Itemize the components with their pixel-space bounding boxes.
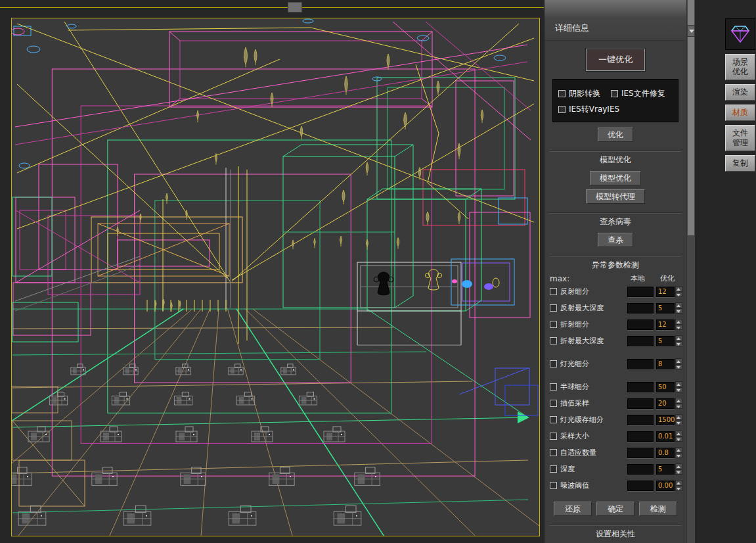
value-spinner[interactable] — [675, 431, 682, 442]
param-checkbox[interactable] — [550, 449, 557, 456]
optimized-value-input[interactable]: 1500 — [656, 415, 675, 425]
param-checkbox[interactable] — [550, 400, 557, 407]
optimized-value-input[interactable]: 12 — [656, 287, 675, 297]
spinner-down-icon[interactable] — [675, 387, 682, 393]
param-checkbox[interactable] — [550, 433, 557, 440]
optimized-value-input[interactable]: 0.8 — [656, 448, 675, 458]
spinner-down-icon[interactable] — [675, 420, 682, 426]
tab-file-manage[interactable]: 文件 管理 — [725, 125, 755, 151]
optimize-button[interactable]: 优化 — [598, 128, 633, 142]
spinner-up-icon[interactable] — [675, 447, 682, 453]
spinner-up-icon[interactable] — [675, 302, 682, 308]
tab-copy[interactable]: 复制 — [725, 155, 755, 172]
local-value-input[interactable] — [627, 398, 654, 409]
param-label: 自适应数量 — [560, 448, 627, 458]
spinner-down-icon[interactable] — [675, 308, 682, 314]
value-spinner[interactable] — [675, 286, 682, 297]
local-value-input[interactable] — [627, 319, 654, 330]
spinner-down-icon[interactable] — [675, 437, 682, 442]
param-checkbox[interactable] — [550, 288, 557, 295]
one-click-optimize-button[interactable]: 一键优化 — [586, 49, 645, 71]
spinner-up-icon[interactable] — [675, 398, 682, 404]
panel-scrollbar[interactable] — [686, 0, 695, 543]
local-value-input[interactable] — [627, 431, 654, 442]
chevron-down-icon[interactable] — [687, 25, 695, 37]
spinner-up-icon[interactable] — [675, 319, 682, 325]
local-value-input[interactable] — [627, 382, 654, 392]
value-spinner[interactable] — [675, 335, 682, 346]
local-value-input[interactable] — [627, 415, 654, 425]
optimized-value-input[interactable]: 5 — [656, 303, 675, 314]
value-spinner[interactable] — [675, 398, 682, 409]
confirm-button[interactable]: 确定 — [596, 502, 634, 516]
spinner-down-icon[interactable] — [675, 292, 682, 298]
panel-header: 详细信息 — [545, 0, 686, 41]
local-value-input[interactable] — [627, 464, 654, 475]
spinner-up-icon[interactable] — [675, 480, 682, 486]
spinner-up-icon[interactable] — [675, 381, 682, 387]
value-spinner[interactable] — [675, 447, 682, 458]
optimized-value-input[interactable]: 5 — [656, 336, 675, 346]
model-optimize-button[interactable]: 模型优化 — [590, 171, 641, 185]
app-logo-icon[interactable] — [725, 18, 755, 50]
optimized-value-input[interactable]: 12 — [656, 319, 675, 330]
param-checkbox[interactable] — [550, 465, 557, 473]
value-spinner[interactable] — [675, 480, 682, 491]
model-to-proxy-button[interactable]: 模型转代理 — [586, 189, 645, 204]
spinner-down-icon[interactable] — [675, 453, 682, 459]
param-checkbox[interactable] — [550, 337, 557, 344]
param-checkbox[interactable] — [550, 321, 557, 328]
local-value-input[interactable] — [627, 287, 654, 297]
param-row: 自适应数量 0.8 — [550, 444, 682, 461]
optimized-value-input[interactable]: 0.01 — [656, 431, 675, 442]
optimized-value-input[interactable]: 50 — [656, 382, 675, 392]
param-row: 插值采样 20 — [550, 395, 682, 412]
spinner-up-icon[interactable] — [675, 286, 682, 292]
tab-material[interactable]: 材质 — [725, 105, 755, 121]
tab-render[interactable]: 渲染 — [725, 84, 755, 101]
restore-button[interactable]: 还原 — [554, 502, 592, 516]
shadow-convert-checkbox[interactable] — [558, 90, 566, 97]
virus-scan-button[interactable]: 查杀 — [598, 233, 633, 247]
section-title-model: 模型优化 — [550, 151, 681, 166]
spinner-down-icon[interactable] — [675, 486, 682, 492]
local-value-input[interactable] — [627, 448, 654, 458]
local-value-input[interactable] — [627, 481, 654, 491]
optimized-value-input[interactable]: 8 — [656, 359, 675, 369]
value-spinner[interactable] — [675, 381, 682, 392]
value-spinner[interactable] — [675, 302, 682, 314]
spinner-down-icon[interactable] — [675, 364, 682, 370]
local-value-input[interactable] — [627, 336, 654, 346]
local-value-input[interactable] — [627, 359, 654, 369]
spinner-up-icon[interactable] — [675, 431, 682, 437]
value-spinner[interactable] — [675, 463, 682, 475]
spinner-up-icon[interactable] — [675, 358, 682, 364]
section-title-virus: 查杀病毒 — [550, 212, 681, 227]
param-checkbox[interactable] — [550, 304, 557, 312]
param-checkbox[interactable] — [550, 482, 557, 489]
local-value-input[interactable] — [627, 303, 654, 314]
optimized-value-input[interactable]: 20 — [656, 398, 675, 409]
param-checkbox[interactable] — [550, 383, 557, 390]
spinner-down-icon[interactable] — [675, 341, 682, 347]
optimized-value-input[interactable]: 5 — [656, 464, 675, 475]
spinner-up-icon[interactable] — [675, 463, 682, 469]
value-spinner[interactable] — [675, 358, 682, 369]
viewport[interactable] — [11, 18, 540, 536]
tab-scene-optimize[interactable]: 场景 优化 — [725, 54, 755, 80]
value-spinner[interactable] — [675, 319, 682, 330]
spinner-up-icon[interactable] — [675, 335, 682, 341]
spinner-down-icon[interactable] — [675, 325, 682, 331]
ies-convert-checkbox[interactable] — [558, 106, 566, 113]
param-checkbox[interactable] — [550, 360, 557, 367]
detect-button[interactable]: 检测 — [639, 502, 677, 516]
spinner-up-icon[interactable] — [675, 414, 682, 420]
spinner-down-icon[interactable] — [675, 469, 682, 475]
app-window: 详细信息 一键优化 阴影转换 IES文件修复 IES转VrayIES 优化 模型… — [0, 0, 756, 543]
optimized-value-input[interactable]: 0.00 — [656, 481, 675, 491]
param-checkbox[interactable] — [550, 416, 557, 423]
ies-repair-checkbox[interactable] — [611, 90, 618, 97]
param-row: 反射最大深度 5 — [550, 300, 682, 316]
spinner-down-icon[interactable] — [675, 404, 682, 410]
value-spinner[interactable] — [675, 414, 682, 425]
